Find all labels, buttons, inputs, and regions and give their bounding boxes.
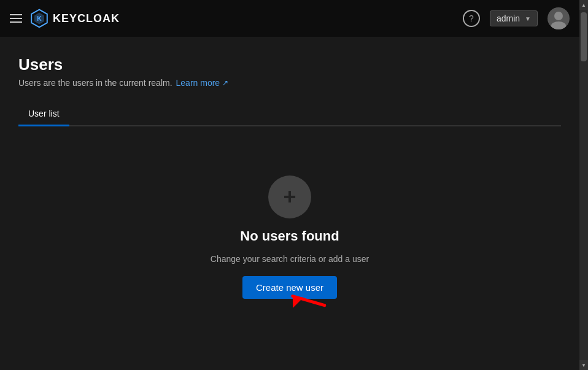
- page-subtitle: Users are the users in the current realm…: [18, 78, 561, 88]
- avatar-icon: [547, 7, 570, 29]
- scroll-up-button[interactable]: ▲: [579, 0, 588, 10]
- logo-text: KEYCLOAK: [53, 12, 120, 25]
- learn-more-link[interactable]: Learn more ↗: [176, 78, 229, 88]
- scroll-down-button[interactable]: ▼: [579, 360, 588, 370]
- empty-state-title: No users found: [240, 228, 339, 244]
- page-title: Users: [18, 55, 561, 74]
- scrollbar-thumb[interactable]: [581, 12, 587, 61]
- learn-more-text: Learn more: [176, 78, 220, 88]
- help-button[interactable]: ?: [463, 10, 480, 27]
- navbar: K KEYCLOAK ? admin ▼: [0, 0, 579, 37]
- empty-state-subtitle: Change your search criteria or add a use…: [211, 254, 369, 264]
- external-link-icon: ↗: [222, 79, 228, 87]
- main-content: Users Users are the users in the current…: [0, 37, 579, 311]
- svg-point-3: [554, 12, 563, 20]
- tab-user-list[interactable]: User list: [18, 102, 69, 126]
- svg-point-4: [551, 21, 566, 29]
- logo: K KEYCLOAK: [29, 9, 120, 28]
- subtitle-text: Users are the users in the current realm…: [18, 78, 172, 88]
- admin-label: admin: [497, 13, 520, 23]
- scrollbar[interactable]: ▲ ▼: [579, 0, 588, 370]
- arrow-annotation: [285, 276, 335, 313]
- question-mark-icon: ?: [469, 13, 474, 23]
- keycloak-logo-icon: K: [29, 9, 49, 28]
- svg-text:K: K: [37, 15, 42, 22]
- user-avatar[interactable]: [547, 7, 570, 29]
- add-user-circle-icon: +: [268, 175, 311, 218]
- hamburger-menu-button[interactable]: [10, 14, 22, 23]
- chevron-down-icon: ▼: [525, 15, 531, 22]
- admin-dropdown[interactable]: admin ▼: [490, 10, 538, 26]
- nav-left: K KEYCLOAK: [10, 9, 120, 28]
- red-arrow-icon: [285, 276, 335, 319]
- nav-right: ? admin ▼: [463, 7, 570, 29]
- tabs-container: User list: [18, 102, 561, 126]
